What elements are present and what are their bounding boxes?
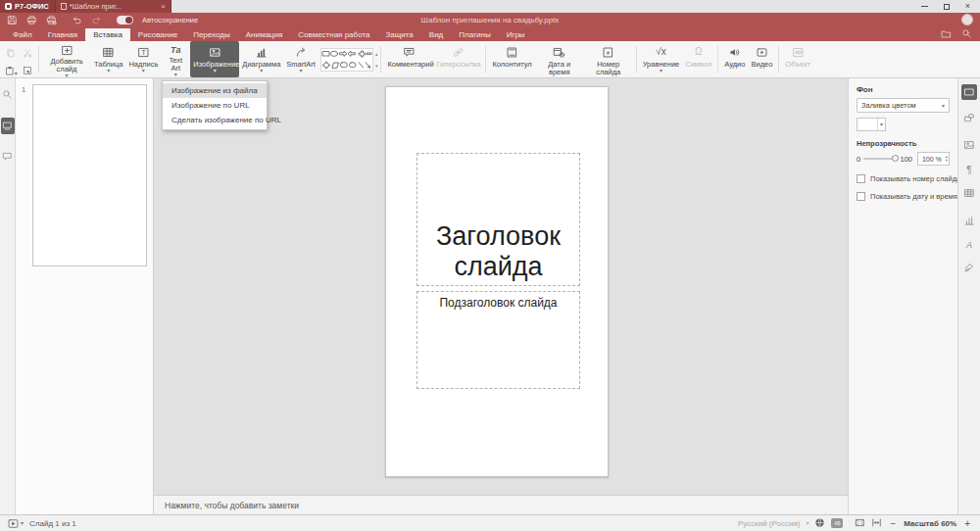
subtitle-placeholder[interactable]: Подзаголовок слайда <box>416 291 580 389</box>
audio-icon <box>728 44 741 60</box>
paragraph-settings-icon[interactable]: ¶ <box>966 165 971 175</box>
menu-item-image-from-file[interactable]: Изображение из файла <box>163 83 267 98</box>
fit-slide-icon[interactable] <box>855 517 865 530</box>
slide-subtitle-text[interactable]: Подзаголовок слайда <box>417 296 579 310</box>
menu-collaboration[interactable]: Совместная работа <box>290 28 377 41</box>
menu-file[interactable]: Файл <box>5 28 40 41</box>
add-slide-chevron-icon: ▾ <box>65 73 68 77</box>
equation-button[interactable]: √x Уравнение ▾ <box>640 41 683 77</box>
audio-button[interactable]: Аудио <box>721 41 748 77</box>
opacity-spin-down-icon[interactable]: ▾ <box>946 159 948 163</box>
paste-button[interactable]: ▾ <box>5 62 18 79</box>
fill-color-picker[interactable]: ▾ <box>857 118 886 131</box>
zoom-in-button[interactable]: + <box>962 518 972 529</box>
textart-settings-icon[interactable]: А <box>966 240 972 250</box>
slide-settings-icon[interactable] <box>961 84 977 100</box>
undo-button[interactable] <box>72 12 82 29</box>
opacity-spinner[interactable]: 100 % ▴ ▾ <box>917 152 950 166</box>
insert-chart-button[interactable]: Диаграмма ▾ <box>239 41 283 77</box>
table-settings-icon[interactable] <box>963 185 975 203</box>
insert-table-button[interactable]: Таблица ▾ <box>91 41 125 77</box>
insert-smartart-button[interactable]: SmartArt ▾ <box>283 41 318 77</box>
slide-thumbnails-panel: 1 <box>16 78 154 514</box>
shapes-scroll-up-icon[interactable]: ▴ <box>375 52 378 56</box>
select-button[interactable] <box>23 62 32 79</box>
slide-title-text[interactable]: Заголовок слайда <box>417 221 579 285</box>
slideshow-chevron-icon[interactable]: ▾ <box>21 521 24 525</box>
fit-width-icon[interactable] <box>871 517 882 530</box>
zoom-out-button[interactable]: − <box>888 518 898 529</box>
date-time-button[interactable]: Дата и время <box>535 41 584 77</box>
cut-button[interactable] <box>23 44 32 62</box>
menu-item-image-from-url[interactable]: Изображение по URL <box>163 98 267 113</box>
set-language-icon[interactable] <box>814 517 825 530</box>
zoom-level[interactable]: Масштаб 60% <box>904 519 956 528</box>
comment-button[interactable]: Комментарий <box>384 41 433 77</box>
start-slideshow-button[interactable]: ▾ <box>8 518 24 529</box>
image-icon <box>209 44 221 60</box>
title-placeholder[interactable]: Заголовок слайда <box>416 153 580 286</box>
copy-button[interactable] <box>6 44 16 62</box>
autosave-toggle[interactable] <box>117 16 133 24</box>
image-settings-icon[interactable] <box>963 137 975 155</box>
equation-icon: √x <box>656 44 666 60</box>
window-minimize-button[interactable] <box>921 6 928 7</box>
chart-settings-icon[interactable] <box>963 213 975 230</box>
window-close-button[interactable]: × <box>965 2 970 11</box>
add-slide-button[interactable]: Добавить слайд ▾ <box>42 41 91 77</box>
slide-counter: Слайд 1 из 1 <box>29 519 76 528</box>
language-chevron-icon[interactable]: ▾ <box>806 521 808 525</box>
save-button[interactable] <box>7 12 18 29</box>
slide-number-button[interactable]: # Номер слайда <box>584 41 633 77</box>
tab-close-icon[interactable]: × <box>161 2 166 11</box>
video-button[interactable]: Видео <box>748 41 775 77</box>
app-logo-icon <box>5 3 12 10</box>
menu-home[interactable]: Главная <box>40 28 85 41</box>
menu-animation[interactable]: Анимация <box>238 28 291 41</box>
fill-type-select[interactable]: Заливка цветом ▾ <box>857 98 950 113</box>
comments-panel-toggle[interactable] <box>2 148 13 166</box>
menu-protection[interactable]: Защита <box>377 28 420 41</box>
shape-settings-icon[interactable] <box>963 110 975 127</box>
menu-transitions[interactable]: Переходы <box>185 28 238 41</box>
show-slide-number-checkbox[interactable] <box>857 174 865 183</box>
fill-type-chevron-icon: ▾ <box>942 104 945 108</box>
notes-area[interactable]: Нажмите, чтобы добавить заметки <box>154 495 848 514</box>
menu-insert[interactable]: Вставка <box>85 28 130 41</box>
video-icon <box>756 44 768 60</box>
chart-chevron-icon: ▾ <box>260 69 263 72</box>
document-language[interactable]: Русский (Россия) <box>738 519 800 528</box>
menu-games[interactable]: Игры <box>499 28 533 41</box>
slide-thumbnail[interactable] <box>32 84 147 266</box>
show-date-time-checkbox[interactable] <box>857 192 865 201</box>
shapes-gallery[interactable]: ▴ · ▾ <box>320 45 378 73</box>
editor-canvas[interactable]: Заголовок слайда Подзаголовок слайда <box>154 78 848 495</box>
slides-panel-toggle[interactable] <box>1 118 15 134</box>
insert-ribbon: ▾ Добавить слайд ▾ Таблица ▾ T Надпись ▾… <box>0 41 980 78</box>
insert-image-button[interactable]: Изображение ▾ <box>190 41 239 77</box>
insert-textbox-button[interactable]: T Надпись ▾ <box>125 41 161 77</box>
shapes-scroll-down-icon[interactable]: ▾ <box>375 64 378 68</box>
shape-icons[interactable] <box>320 48 373 72</box>
opacity-slider-handle[interactable] <box>892 155 899 162</box>
slide-page[interactable]: Заголовок слайда Подзаголовок слайда <box>385 86 609 477</box>
quick-print-button[interactable] <box>46 12 57 29</box>
menu-item-image-by-url[interactable]: Сделать изображение по URL <box>163 113 267 127</box>
find-icon[interactable] <box>2 86 13 104</box>
redo-button[interactable] <box>91 12 102 29</box>
menu-plugins[interactable]: Плагины <box>451 28 498 41</box>
menu-draw[interactable]: Рисование <box>130 28 185 41</box>
textbox-chevron-icon: ▾ <box>142 69 145 72</box>
textbox-letter: T <box>141 48 146 55</box>
opacity-slider[interactable] <box>863 158 897 160</box>
insert-textart-button[interactable]: Та Text Art ▾ <box>161 41 190 77</box>
spellcheck-icon[interactable]: АБ <box>831 518 843 528</box>
shapes-gallery-scroll[interactable]: ▴ · ▾ <box>375 52 378 68</box>
user-avatar[interactable] <box>961 14 973 25</box>
window-maximize-button[interactable] <box>944 4 950 10</box>
signature-settings-icon[interactable] <box>963 260 975 277</box>
menu-view[interactable]: Вид <box>421 28 451 41</box>
header-footer-button[interactable]: Колонтитул <box>489 41 534 77</box>
print-button[interactable] <box>26 12 37 29</box>
document-tab-label: *Шаблон приг... <box>70 2 122 11</box>
